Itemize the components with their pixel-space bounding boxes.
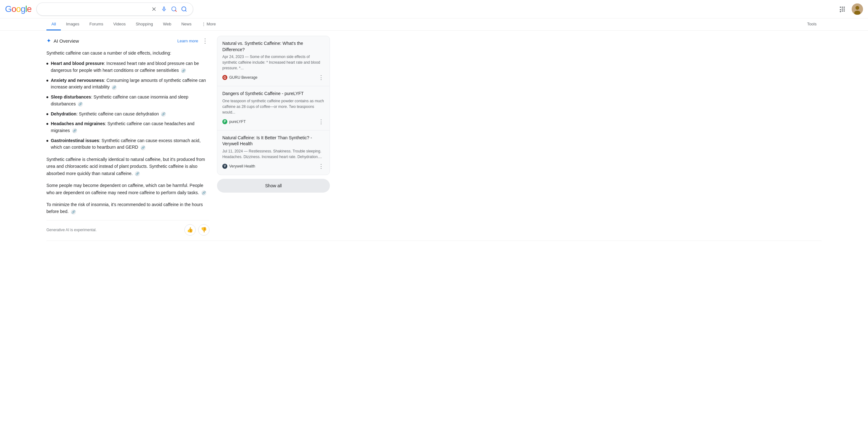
list-item: Anxiety and nervousness: Consuming large…: [46, 77, 210, 91]
citation-link[interactable]: 🔗: [161, 112, 166, 117]
source-site-name-3: Verywell Health: [229, 164, 255, 168]
ai-overview-label: AI Overview: [54, 38, 79, 43]
source-name-3: V Verywell Health: [222, 164, 255, 169]
citation-link[interactable]: 🔗: [181, 68, 186, 73]
thumbs-up-button[interactable]: 👍: [184, 224, 196, 236]
citation-link[interactable]: 🔗: [112, 85, 117, 90]
tab-all[interactable]: All: [46, 19, 61, 30]
source-item-inner: Dangers of Synthetic Caffeine - pureLYFT…: [222, 91, 324, 126]
source-item-2[interactable]: Dangers of Synthetic Caffeine - pureLYFT…: [217, 86, 330, 130]
ai-overview-header: ✦ AI Overview Learn more ⋮: [46, 36, 210, 46]
term: Dehydration: [51, 111, 76, 116]
main-content: ✦ AI Overview Learn more ⋮ Synthetic caf…: [0, 31, 376, 241]
list-item-text: Sleep disturbances: Synthetic caffeine c…: [51, 94, 210, 107]
citation-link-para3[interactable]: 🔗: [71, 210, 76, 215]
source-title-2: Dangers of Synthetic Caffeine - pureLYFT: [222, 91, 324, 97]
source-name-1: G GURU Beverage: [222, 75, 257, 80]
search-input[interactable]: synthetic caffeine side effects: [42, 6, 148, 12]
source-footer-1: G GURU Beverage ⋮: [222, 73, 324, 82]
tab-news[interactable]: News: [176, 19, 197, 30]
source-item-inner: Natural Caffeine: Is It Better Than Synt…: [222, 135, 324, 170]
source-date-1: Apr 24, 2023: [222, 55, 244, 59]
ai-overview-title: ✦ AI Overview: [46, 37, 79, 44]
source-more-button-1[interactable]: ⋮: [318, 73, 324, 82]
ai-intro-text: Synthetic caffeine can cause a number of…: [46, 50, 210, 57]
source-text-2: One teaspoon of synthetic caffeine powde…: [222, 99, 324, 115]
show-all-button[interactable]: Show all: [217, 179, 330, 193]
thumbs-down-icon: 👎: [201, 227, 207, 233]
source-title-1: Natural vs. Synthetic Caffeine: What's t…: [222, 40, 324, 53]
citation-link[interactable]: 🔗: [141, 145, 146, 150]
feedback-buttons: 👍 👎: [184, 224, 210, 236]
svg-point-3: [182, 7, 186, 11]
thumbs-down-button[interactable]: 👎: [198, 224, 210, 236]
list-item: Gastrointestinal issues: Synthetic caffe…: [46, 137, 210, 151]
search-submit-button[interactable]: [180, 5, 188, 13]
list-item-text: Headaches and migraines: Synthetic caffe…: [51, 120, 210, 134]
voice-search-button[interactable]: [160, 5, 168, 13]
sources-panel: Natural vs. Synthetic Caffeine: What's t…: [217, 36, 330, 236]
bullet-icon: [46, 123, 48, 125]
tab-images[interactable]: Images: [61, 19, 84, 30]
source-item-1[interactable]: Natural vs. Synthetic Caffeine: What's t…: [217, 36, 330, 86]
content-divider: [46, 241, 822, 241]
tab-tools[interactable]: Tools: [802, 19, 822, 30]
ai-overview-more-button[interactable]: ⋮: [201, 36, 210, 46]
ai-paragraph-1: Synthetic caffeine is chemically identic…: [46, 156, 210, 177]
list-item: Heart and blood pressure: Increased hear…: [46, 60, 210, 74]
ai-paragraph-2: Some people may become dependent on caff…: [46, 182, 210, 196]
source-snippet-1: Apr 24, 2023 — Some of the common side e…: [222, 54, 324, 71]
search-bar: synthetic caffeine side effects: [36, 2, 193, 16]
term: Anxiety and nervousness: [51, 78, 104, 83]
bullet-icon: [46, 63, 48, 65]
bullet-icon: [46, 113, 48, 115]
ai-paragraph-3: To minimize the risk of insomnia, it's r…: [46, 201, 210, 215]
thumbs-up-icon: 👍: [187, 227, 193, 233]
citation-link[interactable]: 🔗: [78, 102, 83, 106]
source-title-3: Natural Caffeine: Is It Better Than Synt…: [222, 135, 324, 147]
ai-overview-actions: Learn more ⋮: [178, 36, 210, 46]
source-item-inner: Natural vs. Synthetic Caffeine: What's t…: [222, 40, 324, 82]
tab-web[interactable]: Web: [158, 19, 177, 30]
source-snippet-2: One teaspoon of synthetic caffeine powde…: [222, 98, 324, 115]
term: Headaches and migraines: [51, 121, 105, 126]
citation-link[interactable]: 🔗: [72, 128, 77, 133]
source-footer-2: P pureLYFT ⋮: [222, 118, 324, 126]
citation-link-para2[interactable]: 🔗: [201, 190, 206, 195]
more-dots-icon: ⋮: [202, 22, 206, 26]
header-right: [837, 3, 863, 15]
tab-videos[interactable]: Videos: [108, 19, 131, 30]
apps-button[interactable]: [837, 3, 848, 15]
term: Sleep disturbances: [51, 94, 91, 99]
source-more-button-3[interactable]: ⋮: [318, 162, 324, 170]
source-site-name-1: GURU Beverage: [229, 75, 257, 80]
tab-more[interactable]: ⋮ More: [197, 19, 221, 30]
source-date-3: Jul 11, 2024: [222, 149, 243, 153]
source-site-name-2: pureLYFT: [229, 120, 246, 124]
nav-tabs: All Images Forums Videos Shopping Web Ne…: [0, 19, 868, 31]
list-item: Dehydration: Synthetic caffeine can caus…: [46, 111, 210, 118]
google-logo[interactable]: Google: [5, 4, 31, 14]
tab-shopping[interactable]: Shopping: [131, 19, 158, 30]
term: Gastrointestinal issues: [51, 138, 99, 143]
citation-link-para1[interactable]: 🔗: [135, 171, 140, 176]
source-item-3[interactable]: Natural Caffeine: Is It Better Than Synt…: [217, 130, 330, 175]
avatar[interactable]: [852, 3, 863, 15]
term: Heart and blood pressure: [51, 61, 104, 66]
ai-overview-content: Synthetic caffeine can cause a number of…: [46, 50, 210, 215]
clear-search-button[interactable]: [150, 5, 158, 13]
svg-point-6: [856, 6, 859, 10]
bullet-icon: [46, 96, 48, 98]
sources-container: Natural vs. Synthetic Caffeine: What's t…: [217, 36, 330, 175]
list-item-text: Anxiety and nervousness: Consuming large…: [51, 77, 210, 91]
header: Google synthetic caffeine side effects: [0, 0, 868, 19]
ai-overview-section: ✦ AI Overview Learn more ⋮ Synthetic caf…: [46, 36, 210, 236]
source-icon-1: G: [222, 75, 227, 80]
image-search-button[interactable]: [170, 5, 178, 13]
tab-forums[interactable]: Forums: [84, 19, 108, 30]
svg-line-4: [185, 10, 187, 11]
source-icon-3: V: [222, 164, 227, 169]
source-name-2: P pureLYFT: [222, 119, 246, 124]
source-more-button-2[interactable]: ⋮: [318, 118, 324, 126]
learn-more-link[interactable]: Learn more: [178, 38, 198, 43]
